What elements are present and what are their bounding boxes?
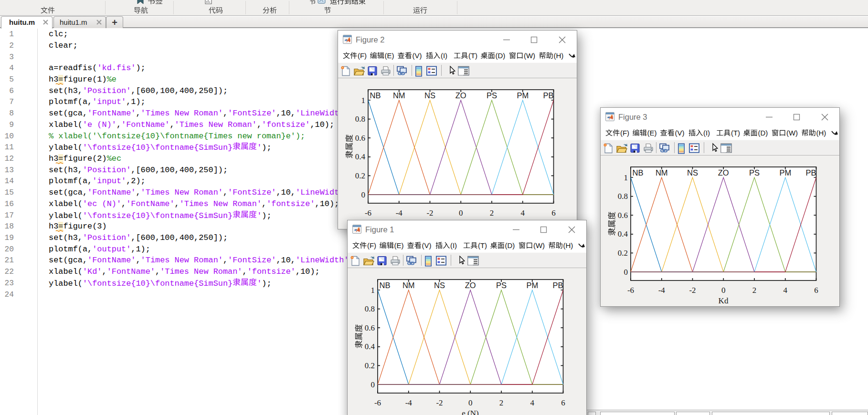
svg-text:Figure 3: Figure 3 xyxy=(618,113,647,121)
svg-text:Figure 2: Figure 2 xyxy=(356,35,385,44)
svg-text:Figure 1: Figure 1 xyxy=(365,225,394,234)
svg-text:Kd: Kd xyxy=(719,296,729,305)
svg-text:e (N): e (N) xyxy=(462,409,478,415)
